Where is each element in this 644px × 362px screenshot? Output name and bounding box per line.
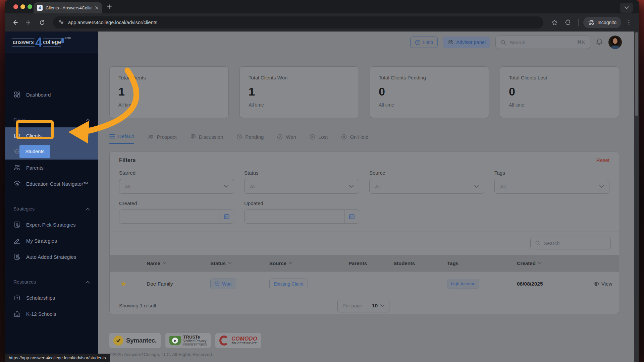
sidebar-section-cases[interactable]: Cases	[5, 115, 98, 125]
tab-won[interactable]: Won	[277, 133, 296, 144]
cell-source: Existing Client	[269, 279, 348, 289]
extensions-icon[interactable]	[562, 17, 574, 28]
tab-prospect[interactable]: Prospect	[148, 133, 177, 144]
trust-badges: Symantec. e TRUSTe Verified Privacy Powe…	[109, 333, 261, 348]
table-search-input[interactable]: Search	[530, 237, 611, 249]
chevron-down-icon	[380, 304, 384, 307]
column-header-created[interactable]: Created	[517, 260, 593, 266]
calendar-icon[interactable]	[344, 210, 359, 223]
starred-select[interactable]: All	[119, 179, 234, 194]
updated-date-input[interactable]	[244, 209, 359, 224]
sidebar-item-students[interactable]: Students	[5, 143, 98, 160]
browser-menu-kebab-icon[interactable]	[623, 17, 635, 28]
cell-name[interactable]: Doe Family	[147, 281, 210, 287]
back-button[interactable]	[9, 17, 21, 28]
sidebar-item-expert-pick-strategies[interactable]: Expert Pick Strategies	[5, 217, 98, 233]
reload-button[interactable]	[36, 17, 48, 28]
tab-close-icon[interactable]	[95, 6, 99, 10]
site-settings-icon[interactable]	[58, 19, 64, 26]
notifications-bell-icon[interactable]	[596, 38, 603, 47]
sidebar-item-education-cost-navigator[interactable]: Education Cost Navigator™	[5, 176, 98, 192]
search-icon	[500, 40, 506, 45]
sidebar-item-k12-schools[interactable]: K-12 Schools	[5, 306, 98, 322]
stat-card-total-clients-lost: Total Clients Lost 0 All time	[500, 66, 619, 118]
dashboard-icon	[13, 91, 21, 98]
sidebar-item-parents[interactable]: Parents	[5, 160, 98, 176]
sidebar-item-label: K-12 Schools	[26, 311, 56, 317]
stat-period: All time	[509, 102, 610, 108]
page-scrollbar[interactable]	[634, 32, 639, 362]
source-select[interactable]: All	[369, 179, 484, 194]
tab-label: Prospect	[157, 134, 177, 140]
chevron-up-icon	[86, 281, 90, 284]
new-tab-button[interactable]	[107, 4, 112, 9]
sidebar-section-strategies[interactable]: Strategies	[5, 204, 98, 214]
advisor-panel-button[interactable]: Advisor panel	[443, 37, 490, 48]
tab-discussion[interactable]: Discussion	[190, 133, 223, 144]
created-date-input[interactable]	[119, 209, 234, 224]
sidebar-item-dashboard[interactable]: Dashboard	[5, 86, 98, 103]
reset-filters-link[interactable]: Reset	[596, 157, 609, 163]
sidebar-item-clients[interactable]: Clients	[5, 127, 98, 143]
stat-label: Total Clients Pending	[379, 75, 480, 80]
sidebar-item-label: My Strategies	[26, 238, 57, 244]
tab-default[interactable]: Default	[109, 133, 134, 144]
sidebar-item-scholarships[interactable]: Scholarships	[5, 290, 98, 306]
browser-tab[interactable]: 4 Clients - Answers4College	[34, 2, 102, 13]
status-link-preview: https://app.answers4college.local/adviso…	[5, 354, 110, 362]
pen-icon	[13, 237, 21, 244]
logo-answers: answers	[12, 38, 35, 47]
bookmark-star-icon[interactable]	[549, 17, 560, 28]
stats-cards: Total Clients 1 All time Total Clients W…	[109, 66, 619, 118]
tab-on-hold[interactable]: On Hold	[341, 133, 368, 144]
address-bar[interactable]: app.answers4college.local/advisor/client…	[53, 16, 543, 28]
sidebar-item-label: Parents	[26, 165, 44, 171]
tab-lost[interactable]: Lost	[310, 133, 328, 144]
sort-chevron-icon	[228, 262, 232, 264]
url-text: app.answers4college.local/advisor/client…	[68, 20, 157, 25]
tab-pending[interactable]: Pending	[236, 133, 264, 144]
calendar-icon[interactable]	[219, 210, 234, 223]
section-label: Strategies	[13, 206, 35, 212]
status-select[interactable]: All	[244, 179, 359, 194]
date-field[interactable]	[119, 210, 219, 223]
global-search-input[interactable]: Search ⌘K	[495, 36, 590, 49]
column-header-source[interactable]: Source	[269, 260, 348, 266]
minimize-window-button[interactable]	[20, 4, 25, 9]
tags-select[interactable]: All	[494, 179, 609, 194]
sidebar-nav: Dashboard Cases Clients Students Parents	[5, 53, 98, 322]
star-icon[interactable]: ★	[110, 280, 147, 288]
stat-value: 1	[249, 85, 350, 98]
app-logo[interactable]: answers 4 college .com	[5, 32, 98, 53]
table-footer: Showing 1 result Per page 10	[110, 296, 619, 314]
help-button[interactable]: Help	[410, 37, 438, 48]
advisors-icon	[447, 40, 453, 45]
advisor-panel-label: Advisor panel	[456, 40, 486, 45]
stat-period: All time	[379, 102, 480, 108]
logo-com: .com	[64, 36, 71, 40]
date-field[interactable]	[245, 210, 344, 223]
truste-title: TRUSTe	[183, 335, 207, 340]
column-header-status[interactable]: Status	[210, 260, 269, 266]
user-avatar[interactable]	[608, 36, 622, 49]
app-header: Help Advisor panel Search ⌘K	[410, 36, 622, 49]
maximize-window-button[interactable]	[28, 4, 32, 9]
per-page-select[interactable]: 10	[367, 299, 389, 312]
stat-label: Total Clients Lost	[509, 75, 610, 80]
table-row[interactable]: ★ Doe Family Won Existing Client h	[110, 272, 619, 296]
forward-button[interactable]	[23, 17, 34, 28]
comodo-c-icon	[219, 336, 229, 346]
close-window-button[interactable]	[13, 4, 18, 9]
sidebar-item-auto-added-strategies[interactable]: Auto Added Strategies	[5, 249, 98, 265]
chat-icon	[190, 134, 196, 139]
sidebar-section-resources[interactable]: Resources	[5, 277, 98, 287]
view-action[interactable]: View	[593, 281, 619, 287]
column-header-name[interactable]: Name	[147, 260, 210, 266]
sidebar-item-my-strategies[interactable]: My Strategies	[5, 233, 98, 249]
tab-search-chevron-button[interactable]	[620, 3, 633, 13]
per-page-control[interactable]: Per page 10	[337, 299, 389, 312]
browser-window: 4 Clients - Answers4College app.answe	[5, 0, 639, 362]
stat-value: 0	[379, 85, 480, 98]
sort-chevron-icon	[163, 262, 166, 264]
scrollbar-thumb[interactable]	[635, 32, 638, 116]
